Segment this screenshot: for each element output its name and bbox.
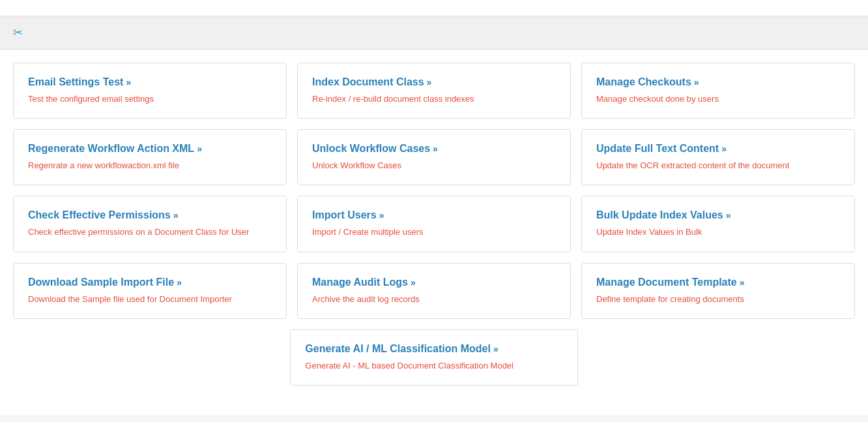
chevron-icon: » xyxy=(411,277,416,288)
card-email-settings-test[interactable]: Email Settings Test » Test the configure… xyxy=(13,63,287,119)
card-desc-regenerate-workflow-action-xml: Regenrate a new workflowaction.xml file xyxy=(28,160,272,172)
card-manage-checkouts[interactable]: Manage Checkouts » Manage checkout done … xyxy=(581,63,855,119)
card-manage-document-template[interactable]: Manage Document Template » Define templa… xyxy=(581,263,855,319)
card-title-manage-audit-logs: Manage Audit Logs » xyxy=(312,277,556,288)
card-title-import-users: Import Users » xyxy=(312,209,556,221)
chevron-icon: » xyxy=(173,210,179,220)
card-bulk-update-index-values[interactable]: Bulk Update Index Values » Update Index … xyxy=(581,196,855,252)
card-title-text: Generate AI / ML Classification Model xyxy=(305,343,491,355)
chevron-icon: » xyxy=(493,344,499,354)
card-unlock-workflow-cases[interactable]: Unlock Workflow Cases » Unlock Workflow … xyxy=(297,129,571,185)
card-desc-email-settings-test: Test the configured email settings xyxy=(28,93,272,105)
breadcrumb xyxy=(0,0,868,16)
card-title-text: Email Settings Test xyxy=(28,76,123,88)
card-title-text: Regenerate Workflow Action XML xyxy=(28,143,194,155)
card-title-text: Manage Audit Logs xyxy=(312,277,408,288)
card-desc-index-document-class: Re-index / re-build document class index… xyxy=(312,93,556,105)
main-content: Email Settings Test » Test the configure… xyxy=(0,50,868,415)
card-desc-import-users: Import / Create multiple users xyxy=(312,226,556,238)
card-generate-ai-ml-classification-model[interactable]: Generate AI / ML Classification Model » … xyxy=(290,329,577,385)
card-download-sample-import-file[interactable]: Download Sample Import File » Download t… xyxy=(13,263,287,319)
chevron-icon: » xyxy=(126,77,131,87)
chevron-icon: » xyxy=(740,277,745,288)
bottom-row: Generate AI / ML Classification Model » … xyxy=(13,329,855,385)
chevron-icon: » xyxy=(379,210,384,220)
card-title-bulk-update-index-values: Bulk Update Index Values » xyxy=(596,209,840,221)
card-title-email-settings-test: Email Settings Test » xyxy=(28,76,272,88)
card-desc-check-effective-permissions: Check effective permissions on a Documen… xyxy=(28,226,272,238)
card-title-text: Download Sample Import File xyxy=(28,277,174,288)
chevron-icon: » xyxy=(726,210,731,220)
chevron-icon: » xyxy=(177,277,182,288)
card-desc-manage-checkouts: Manage checkout done by users xyxy=(596,93,840,105)
chevron-icon: » xyxy=(427,77,432,87)
card-desc-generate-ai-ml-classification-model: Generate AI - ML based Document Classifi… xyxy=(305,360,562,372)
card-desc-manage-audit-logs: Archive the audit log records xyxy=(312,294,556,305)
card-manage-audit-logs[interactable]: Manage Audit Logs » Archive the audit lo… xyxy=(297,263,571,319)
card-title-manage-document-template: Manage Document Template » xyxy=(596,277,840,288)
page-header: ✂ xyxy=(0,16,868,50)
card-title-update-full-text-content: Update Full Text Content » xyxy=(596,143,840,155)
chevron-icon: » xyxy=(197,143,202,154)
card-title-unlock-workflow-cases: Unlock Workflow Cases » xyxy=(312,143,556,155)
cards-grid: Email Settings Test » Test the configure… xyxy=(13,63,855,319)
chevron-icon: » xyxy=(694,77,699,87)
card-title-text: Bulk Update Index Values xyxy=(596,209,723,221)
card-update-full-text-content[interactable]: Update Full Text Content » Update the OC… xyxy=(581,129,855,185)
card-desc-manage-document-template: Define template for creating documents xyxy=(596,294,840,305)
card-title-generate-ai-ml-classification-model: Generate AI / ML Classification Model » xyxy=(305,343,562,355)
card-check-effective-permissions[interactable]: Check Effective Permissions » Check effe… xyxy=(13,196,287,252)
card-regenerate-workflow-action-xml[interactable]: Regenerate Workflow Action XML » Regenra… xyxy=(13,129,287,185)
card-index-document-class[interactable]: Index Document Class » Re-index / re-bui… xyxy=(297,63,571,119)
utilities-icon: ✂ xyxy=(13,25,23,40)
chevron-icon: » xyxy=(433,143,438,154)
card-import-users[interactable]: Import Users » Import / Create multiple … xyxy=(297,196,571,252)
card-title-text: Manage Document Template xyxy=(596,277,737,288)
card-title-check-effective-permissions: Check Effective Permissions » xyxy=(28,209,272,221)
card-title-manage-checkouts: Manage Checkouts » xyxy=(596,76,840,88)
card-title-text: Unlock Workflow Cases xyxy=(312,143,430,155)
card-title-text: Update Full Text Content xyxy=(596,143,719,155)
card-desc-update-full-text-content: Update the OCR extracted content of the … xyxy=(596,160,840,172)
card-desc-download-sample-import-file: Download the Sample file used for Docume… xyxy=(28,294,272,305)
card-title-download-sample-import-file: Download Sample Import File » xyxy=(28,277,272,288)
card-title-regenerate-workflow-action-xml: Regenerate Workflow Action XML » xyxy=(28,143,272,155)
card-title-text: Index Document Class xyxy=(312,76,424,88)
card-desc-bulk-update-index-values: Update Index Values in Bulk xyxy=(596,226,840,238)
card-title-text: Check Effective Permissions xyxy=(28,209,171,221)
card-title-text: Manage Checkouts xyxy=(596,76,691,88)
card-title-index-document-class: Index Document Class » xyxy=(312,76,556,88)
card-desc-unlock-workflow-cases: Unlock Workflow Cases xyxy=(312,160,556,172)
chevron-icon: » xyxy=(721,143,727,154)
card-title-text: Import Users xyxy=(312,209,377,221)
